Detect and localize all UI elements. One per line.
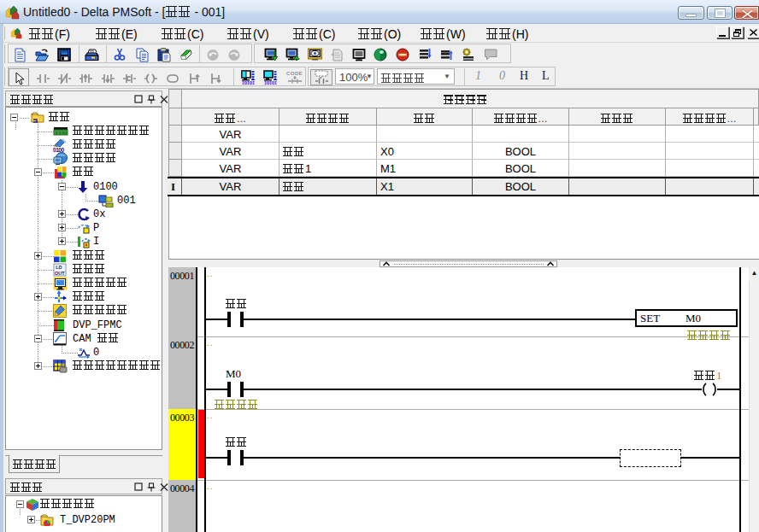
svg-text:CODE: CODE (286, 70, 303, 76)
svg-text:LD: LD (56, 265, 62, 270)
svg-text:IOIOI: IOIOI (242, 81, 255, 85)
svg-text:IOIOI: IOIOI (264, 81, 277, 85)
svg-text:OUT: OUT (55, 271, 65, 276)
